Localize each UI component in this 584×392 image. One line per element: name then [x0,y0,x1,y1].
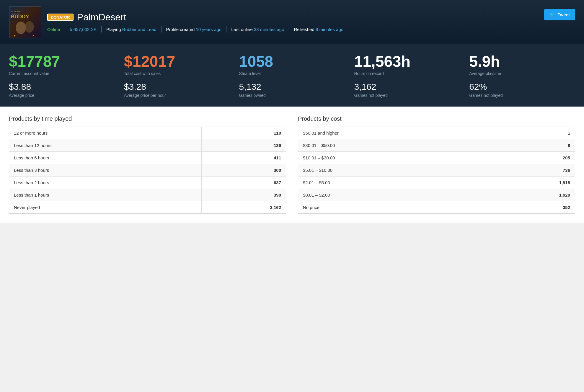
header-info: DONATOR PalmDesert Online 5,657,602 XP P… [47,12,575,32]
row-value: 300 [201,164,286,177]
row-label: $0.01 – $2.00 [298,189,488,201]
row-value: 139 [201,139,286,152]
row-label: $30.01 – $50.00 [298,139,488,152]
row-value: 1,918 [488,177,575,189]
svg-point-6 [25,21,34,33]
time-table-title: Products by time played [9,115,286,122]
avatar: ELECTRIC DRAGON BUDDY ⚡ ⚡ [9,6,41,38]
account-value: $17787 [9,53,106,70]
avg-price: $3.88 [9,82,106,92]
svg-point-5 [16,22,26,34]
table-row: Never played3,162 [9,201,286,214]
table-row: $0.01 – $2.001,929 [298,189,575,201]
row-label: $10.01 – $30.00 [298,152,488,164]
row-label: $5.01 – $10.00 [298,164,488,177]
profile-created-stat: Profile created 10 years ago [162,26,227,32]
cost-table-container: Products by cost $50.01 and higher1$30.0… [298,115,575,214]
total-cost: $12017 [124,53,221,70]
xp-stat: 5,657,602 XP [65,26,102,32]
row-label: $50.01 and higher [298,127,488,139]
table-row: Less than 1 hours390 [9,189,286,201]
refreshed-label: Refreshed [294,27,314,32]
time-table: 12 or more hours110Less than 12 hours139… [9,127,286,214]
svg-text:BUDDY: BUDDY [11,14,29,19]
donator-badge: DONATOR [47,14,74,21]
svg-text:⚡: ⚡ [32,35,35,37]
table-row: $50.01 and higher1 [298,127,575,139]
row-value: 205 [488,152,575,164]
row-value: 8 [488,139,575,152]
row-label: Never played [9,201,202,214]
xp-value: 5,657,602 XP [70,27,97,32]
row-label: Less than 3 hours [9,164,202,177]
hours-on-record: 11,563h [354,53,451,70]
online-status: Online [47,27,60,32]
row-value: 352 [488,201,575,214]
last-online-label: Last online [231,27,253,32]
games-not-played-count: 3,162 [354,82,451,92]
username: PalmDesert [77,12,126,23]
row-value: 411 [201,152,286,164]
tables-section: Products by time played 12 or more hours… [0,107,584,223]
games-owned: 5,132 [239,82,336,92]
row-label: $2.01 – $5.00 [298,177,488,189]
account-value-label: Current account value [9,71,106,76]
table-row: No price352 [298,201,575,214]
row-value: 390 [201,189,286,201]
games-owned-label: Games owned [239,93,336,98]
table-row: Less than 12 hours139 [9,139,286,152]
row-label: 12 or more hours [9,127,202,139]
games-not-played-count-label: Games not played [354,93,451,98]
row-label: Less than 2 hours [9,177,202,189]
row-value: 1 [488,127,575,139]
table-row: Less than 2 hours637 [9,177,286,189]
tweet-button[interactable]: 🐦 Tweet [544,9,575,20]
profile-created-value: 10 years ago [196,27,221,32]
refreshed-stat: Refreshed 9 minutes ago [289,26,348,32]
avg-price-label: Average price [9,93,106,98]
row-value: 110 [201,127,286,139]
row-label: Less than 12 hours [9,139,202,152]
header: ELECTRIC DRAGON BUDDY ⚡ ⚡ DONATOR PalmDe… [0,0,584,44]
cost-table-title: Products by cost [298,115,575,122]
hours-on-record-label: Hours on record [354,71,451,76]
row-label: Less than 1 hours [9,189,202,201]
row-label: Less than 6 hours [9,152,202,164]
row-value: 637 [201,177,286,189]
svg-text:ELECTRIC: ELECTRIC [11,10,22,13]
table-row: $5.01 – $10.00736 [298,164,575,177]
playing-label: Playing [106,27,121,32]
playing-stat: Playing Rubber and Lead [102,26,161,32]
total-cost-group: $12017 Total cost with sales $3.28 Avera… [115,53,230,98]
table-row: Less than 6 hours411 [9,152,286,164]
status-stat: Online [47,26,65,32]
header-title-row: DONATOR PalmDesert [47,12,575,23]
twitter-icon: 🐦 [549,12,555,17]
tweet-label: Tweet [558,12,570,17]
last-online-value: 33 minutes ago [254,27,284,32]
svg-text:⚡: ⚡ [14,35,16,37]
profile-created-label: Profile created [166,27,195,32]
avg-price-per-hour-label: Average price per hour [124,93,221,98]
games-not-played-pct-label: Games not played [469,93,566,98]
stats-section: $17787 Current account value $3.88 Avera… [0,44,584,107]
time-table-container: Products by time played 12 or more hours… [9,115,286,214]
table-row: $30.01 – $50.008 [298,139,575,152]
row-value: 736 [488,164,575,177]
cost-table: $50.01 and higher1$30.01 – $50.008$10.01… [298,127,575,214]
refreshed-value: 9 minutes ago [316,27,343,32]
row-value: 3,162 [201,201,286,214]
row-value: 1,929 [488,189,575,201]
steam-level-label: Steam level [239,71,336,76]
avg-price-per-hour: $3.28 [124,82,221,92]
header-stats: Online 5,657,602 XP Playing Rubber and L… [47,26,575,32]
avg-playtime: 5.9h [469,53,566,70]
steam-level-group: 1058 Steam level 5,132 Games owned [230,53,345,98]
table-row: $2.01 – $5.001,918 [298,177,575,189]
hours-group: 11,563h Hours on record 3,162 Games not … [345,53,460,98]
total-cost-label: Total cost with sales [124,71,221,76]
playing-game: Rubber and Lead [122,27,156,32]
steam-level: 1058 [239,53,336,70]
table-row: 12 or more hours110 [9,127,286,139]
playtime-group: 5.9h Average playtime 62% Games not play… [460,53,575,98]
